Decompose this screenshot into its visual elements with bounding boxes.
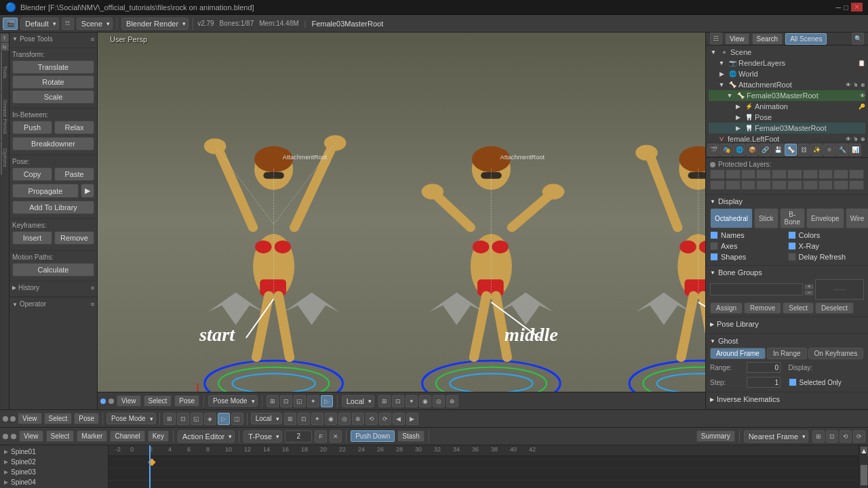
translate-btn[interactable]: Translate	[12, 60, 94, 74]
bbone-btn[interactable]: B-Bone	[780, 208, 805, 228]
tree-scene[interactable]: ▼ ● Scene	[709, 47, 865, 58]
ae-right-scrollbar[interactable]: ▲ ▼	[859, 445, 868, 488]
render-engine-icon[interactable]: 🎬	[3, 18, 18, 30]
tree-world[interactable]: ▶ 🌐 World	[709, 68, 865, 79]
vr-icon-6[interactable]: ⊕	[446, 395, 458, 407]
vr-icon-4[interactable]: ◉	[419, 395, 431, 407]
outliner-icon[interactable]: ☷	[710, 33, 722, 45]
selected-only-check[interactable]	[789, 378, 797, 386]
prop-bone-constraints-icon[interactable]: ⛓	[797, 144, 810, 156]
toolbar-indicator-2[interactable]	[10, 416, 16, 422]
search-tab-right[interactable]: Search	[752, 33, 783, 45]
strip-icon-2[interactable]: N	[1, 43, 9, 51]
relax-btn[interactable]: Relax	[54, 121, 94, 134]
ti-3[interactable]: ◱	[191, 413, 203, 425]
ae-frame-input[interactable]	[285, 430, 312, 443]
prop-object-icon[interactable]: 📦	[746, 144, 758, 156]
search-icon-right[interactable]: 🔍	[852, 33, 864, 45]
layer-2[interactable]	[726, 169, 741, 179]
ae-icon-3[interactable]: ⟲	[840, 430, 852, 443]
prop-extra-2[interactable]: 📊	[849, 144, 861, 156]
bg-add-btn[interactable]: +	[804, 284, 814, 289]
calculate-btn[interactable]: Calculate	[12, 263, 94, 277]
view-tab-right[interactable]: View	[725, 33, 749, 45]
view-layout-dropdown[interactable]: Default	[20, 18, 59, 30]
ae-scroll-thumb[interactable]	[861, 465, 867, 485]
layer-18[interactable]	[818, 180, 833, 190]
push-down-btn[interactable]: Push Down	[351, 430, 395, 442]
ti-15[interactable]: ◀	[393, 413, 405, 425]
pose-lib-header[interactable]: ▶ Pose Library	[710, 320, 864, 328]
view-btn-toolbar[interactable]: View	[18, 413, 42, 424]
push-btn[interactable]: Push	[12, 121, 52, 134]
colors-check[interactable]	[788, 231, 796, 239]
tree-attachment[interactable]: ▼ 🦴 AttachmentRoot 👁 🖱 ⊕	[709, 79, 865, 90]
prop-constraints-icon[interactable]: 🔗	[759, 144, 771, 156]
ti-11[interactable]: ◎	[338, 413, 351, 425]
close-btn[interactable]: ✕	[851, 3, 863, 12]
ae-track-spine01[interactable]: ▶ Spine01	[1, 447, 106, 457]
ti-13[interactable]: ⟲	[366, 413, 378, 425]
tree-pose[interactable]: ▶ 🦷 Pose	[709, 112, 865, 123]
range-input[interactable]	[747, 362, 781, 373]
vr-icon-5[interactable]: ◎	[433, 395, 445, 407]
track-spine03[interactable]	[108, 481, 859, 488]
axes-check[interactable]	[710, 242, 718, 250]
prop-data-icon[interactable]: 💾	[772, 144, 784, 156]
ae-select-btn[interactable]: Select	[46, 430, 75, 442]
scene-dropdown[interactable]: Scene	[77, 18, 113, 30]
layer-11[interactable]	[710, 180, 725, 190]
ti-9[interactable]: ✦	[311, 413, 323, 425]
remove-btn[interactable]: Remove	[54, 231, 94, 245]
layer-6[interactable]	[787, 169, 802, 179]
tree-render-layers[interactable]: ▼ 📷 RenderLayers 📋	[709, 58, 865, 68]
insert-btn[interactable]: Insert	[12, 231, 52, 245]
layer-7[interactable]	[803, 169, 818, 179]
pose-mode-dropdown[interactable]: Pose Mode	[208, 395, 258, 407]
ae-view-btn[interactable]: View	[19, 430, 43, 442]
viewport-indicator-2[interactable]	[108, 399, 114, 404]
tree-animation[interactable]: ▶ ⚡ Animation 🔑	[709, 101, 865, 112]
ti-12[interactable]: ⊕	[352, 413, 364, 425]
ae-key-btn[interactable]: Key	[148, 430, 169, 442]
ti-1[interactable]: ⊞	[163, 413, 176, 425]
ae-track-spine03[interactable]: ▶ Spine03	[1, 467, 106, 477]
prop-bone-icon[interactable]: 🦴	[785, 144, 797, 156]
ti-16[interactable]: ▶	[406, 413, 418, 425]
playhead[interactable]	[149, 445, 151, 488]
strip-icon-options[interactable]: Options	[1, 141, 9, 175]
bone-groups-header[interactable]: ▼ Bone Groups	[710, 268, 864, 277]
ti-2[interactable]: ⊡	[177, 413, 189, 425]
ti-10[interactable]: ◉	[325, 413, 337, 425]
envelope-btn[interactable]: Envelope	[806, 208, 844, 228]
viewport-icon-2[interactable]: ⊡	[280, 395, 292, 407]
scene-icon-header[interactable]: ☷	[62, 18, 74, 30]
ti-4[interactable]: ◈	[204, 413, 216, 425]
layer-19[interactable]	[833, 180, 848, 190]
history-header[interactable]: ▶ History ≡	[12, 284, 94, 291]
assign-btn[interactable]: Assign	[710, 302, 743, 314]
bg-name-input[interactable]	[710, 283, 803, 296]
viewport-icon-3[interactable]: ◱	[294, 395, 306, 407]
on-keyframes-tab[interactable]: On Keyframes	[808, 348, 864, 359]
select-btn-viewport[interactable]: Select	[144, 395, 172, 407]
layer-17[interactable]	[803, 180, 818, 190]
local-dropdown-2[interactable]: Local	[251, 413, 282, 424]
display-header[interactable]: ▼ Display	[710, 197, 864, 205]
prop-render-icon[interactable]: 🎬	[707, 144, 719, 156]
ti-8[interactable]: ⊡	[298, 413, 310, 425]
in-range-tab[interactable]: In Range	[767, 348, 807, 359]
viewport-3d[interactable]: AttachmentRoot	[98, 33, 705, 409]
copy-btn[interactable]: Copy	[12, 167, 52, 181]
engine-dropdown[interactable]: Blender Render	[121, 18, 189, 30]
ae-icon-4[interactable]: ⟳	[853, 430, 865, 443]
layer-13[interactable]	[741, 180, 756, 190]
vr-icon-1[interactable]: ⊞	[378, 395, 391, 407]
ae-scroll-up[interactable]: ▲	[861, 447, 867, 453]
viewport-icon-5[interactable]: ▷	[321, 395, 333, 407]
viewport-icon-4[interactable]: ✦	[307, 395, 319, 407]
ae-mode-dropdown[interactable]: Action Editor	[178, 430, 235, 443]
layers-dot[interactable]	[710, 162, 715, 167]
wire-btn[interactable]: Wire	[846, 208, 868, 228]
ae-action-dropdown[interactable]: T-Pose	[243, 430, 282, 443]
